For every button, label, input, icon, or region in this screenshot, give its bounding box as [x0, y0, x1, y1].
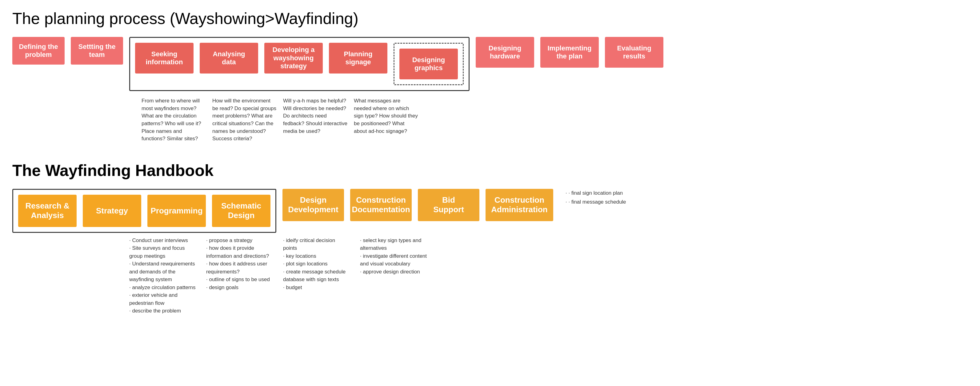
handbook-sticky-construction-doc: Construction Documentation: [350, 189, 412, 221]
handbook-note-programming: · ideify critical decision points · key …: [283, 237, 354, 315]
handbook-title: The Wayfinding Handbook: [12, 161, 968, 179]
sticky-setting-team: Settting the team: [71, 37, 123, 65]
boxed-group: Seeking information Analysing data Devel…: [129, 37, 469, 91]
planning-stickies-row: Defining the problem Settting the team S…: [12, 37, 968, 91]
handbook-notes-spacer: [12, 237, 123, 315]
sticky-analysing-data: Analysing data: [200, 43, 258, 73]
outside-right-group: Designing hardware Implementing the plan…: [476, 37, 663, 68]
handbook-sticky-construction-admin: Construction Administration: [485, 189, 553, 221]
handbook-section: The Wayfinding Handbook Research & Analy…: [12, 161, 968, 315]
handbook-note-research: · Conduct user interviews · Site surveys…: [129, 237, 200, 315]
handbook-note-schematic: · select key sign types and alternatives…: [360, 237, 437, 315]
sticky-designing-hardware: Designing hardware: [476, 37, 534, 68]
final-note-1: · final sign location plan: [566, 189, 626, 198]
handbook-note-strategy: · propose a strategy · how does it provi…: [206, 237, 277, 315]
dashed-group: Designing graphics: [393, 43, 464, 85]
sticky-defining-problem: Defining the problem: [12, 37, 65, 65]
notes-spacer: [12, 97, 135, 143]
handbook-stickies-row: Research & Analysis Strategy Programming…: [12, 189, 968, 233]
handbook-boxed-group: Research & Analysis Strategy Programming…: [12, 189, 276, 233]
note-analysing-data: How will the environment be read? Do spe…: [212, 97, 277, 143]
handbook-sticky-design-dev: Design Development: [282, 189, 344, 221]
sticky-seeking-info: Seeking information: [135, 43, 194, 73]
handbook-notes-row: · Conduct user interviews · Site surveys…: [12, 237, 968, 315]
sticky-developing-strategy: Developing a wayshowing strategy: [264, 43, 323, 73]
handbook-sticky-schematic: Schematic Design: [212, 195, 270, 227]
note-planning-signage: What messages are needed where on which …: [354, 97, 418, 143]
final-note-2: · final message schedule: [566, 198, 626, 207]
handbook-sticky-programming: Programming: [147, 195, 206, 227]
sticky-planning-signage: Planning signage: [329, 43, 387, 73]
sticky-implementing-plan: Implementing the plan: [540, 37, 599, 68]
sticky-designing-graphics: Designing graphics: [399, 49, 458, 79]
planning-section: The planning process (Wayshowing>Wayfind…: [12, 9, 968, 143]
final-notes-block: · final sign location plan · final messa…: [566, 189, 626, 207]
planning-subtitle: (Wayshowing>Wayfinding): [165, 10, 358, 27]
planning-title: The planning process (Wayshowing>Wayfind…: [12, 9, 968, 28]
outside-left-group: Defining the problem Settting the team: [12, 37, 123, 65]
sticky-evaluating-results: Evaluating results: [605, 37, 663, 68]
note-developing-strategy: Will y-a-h maps be helpful? Will directo…: [283, 97, 348, 143]
handbook-sticky-research: Research & Analysis: [18, 195, 76, 227]
handbook-sticky-strategy: Strategy: [83, 195, 141, 227]
note-seeking-info: From where to where will most wayfinders…: [142, 97, 206, 143]
handbook-outside-group: Design Development Construction Document…: [282, 189, 553, 221]
handbook-sticky-bid-support: Bid Support: [418, 189, 479, 221]
planning-notes-row: From where to where will most wayfinders…: [12, 97, 968, 143]
